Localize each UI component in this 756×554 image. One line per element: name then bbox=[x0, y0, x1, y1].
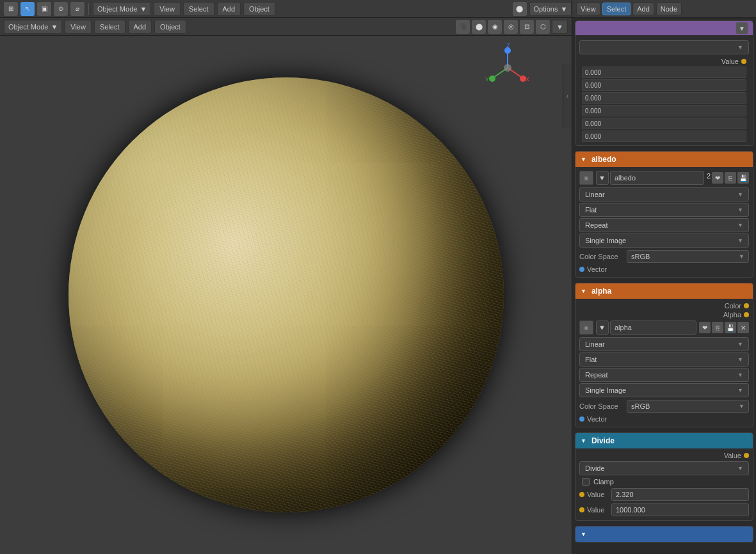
right-topbar-buttons: View Select Add Node bbox=[576, 3, 682, 15]
alpha-flat-arrow: ▼ bbox=[737, 356, 743, 363]
divide-value1-field[interactable]: 2.320 bbox=[611, 488, 749, 501]
viewport-shading-icon[interactable]: ⬤ bbox=[513, 2, 527, 16]
vp-camera-icon[interactable]: 🎥 bbox=[456, 20, 470, 34]
albedo-repeat-arrow: ▼ bbox=[737, 222, 743, 228]
albedo-colorspace-dropdown[interactable]: sRGB ▼ bbox=[627, 250, 749, 263]
object-mode-label: Object Mode bbox=[8, 23, 48, 31]
rtb-add[interactable]: Add bbox=[632, 3, 654, 15]
alpha-icon-save[interactable]: 💾 bbox=[725, 322, 736, 333]
alpha-color-output: Color bbox=[579, 301, 749, 310]
albedo-icon-browse[interactable]: ❤ bbox=[712, 172, 723, 184]
alpha-texture-icons: ❤ ⎘ 💾 ✕ bbox=[699, 322, 749, 333]
val-field-2[interactable]: 0.000 bbox=[582, 79, 746, 91]
divide-value2-field[interactable]: 1000.000 bbox=[611, 503, 749, 516]
alpha-repeat-dropdown[interactable]: Repeat ▼ bbox=[579, 368, 749, 382]
divide-operation-dropdown[interactable]: Divide ▼ bbox=[579, 461, 749, 475]
val-field-2-text: 0.000 bbox=[585, 82, 601, 89]
vp-shade-mat2-icon[interactable]: ⬡ bbox=[536, 20, 550, 34]
alpha-color-label: Color bbox=[725, 302, 741, 310]
top-node-body: ▼ Value 0.000 0.000 bbox=[575, 35, 753, 145]
vp-object-menu[interactable]: Object bbox=[154, 20, 186, 34]
alpha-single-image-label: Single Image bbox=[585, 386, 626, 394]
alpha-linear-arrow: ▼ bbox=[737, 341, 743, 347]
alpha-single-image-arrow: ▼ bbox=[737, 387, 743, 393]
alpha-type-dropdown[interactable]: ▼ bbox=[596, 321, 609, 335]
object-mode-dropdown[interactable]: Object Mode ▼ bbox=[4, 20, 62, 34]
left-panel-toggle[interactable]: ‹ bbox=[563, 64, 572, 128]
albedo-single-image-dropdown[interactable]: Single Image ▼ bbox=[579, 233, 749, 248]
value-output-dot bbox=[741, 59, 746, 64]
alpha-colorspace-dropdown[interactable]: sRGB ▼ bbox=[627, 400, 749, 413]
alpha-name-field[interactable]: alpha bbox=[610, 321, 696, 335]
albedo-texture-row: ▣ ▼ albedo 2 ❤ ⎘ 💾 bbox=[579, 170, 749, 186]
vp-shade-render-icon[interactable]: ◎ bbox=[504, 20, 518, 34]
val-field-3[interactable]: 0.000 bbox=[582, 92, 746, 104]
alpha-flat-label: Flat bbox=[585, 356, 597, 363]
alpha-texture-thumb[interactable]: ▣ bbox=[579, 321, 593, 335]
select-box-icon[interactable]: ▣ bbox=[37, 2, 51, 16]
val-field-1-text: 0.000 bbox=[585, 69, 601, 76]
alpha-icon-copy[interactable]: ⎘ bbox=[712, 322, 723, 333]
alpha-icon-x[interactable]: ✕ bbox=[737, 322, 749, 333]
value-output-label: Value bbox=[721, 58, 739, 65]
viewport-gizmo[interactable]: Z X Y bbox=[482, 42, 533, 93]
transform-arrow: ▼ bbox=[140, 5, 147, 13]
vp-shade-material-icon[interactable]: ◉ bbox=[488, 20, 502, 34]
cursor-tool-icon[interactable]: ↖ bbox=[20, 2, 35, 16]
select-lasso-icon[interactable]: ⌀ bbox=[70, 2, 84, 16]
albedo-header-label: albedo bbox=[591, 155, 616, 164]
options-label: Options bbox=[534, 5, 558, 13]
val-field-5[interactable]: 0.000 bbox=[582, 118, 746, 129]
vp-shading-dropdown[interactable]: ▼ bbox=[552, 20, 568, 34]
vp-select-menu[interactable]: Select bbox=[94, 20, 125, 34]
transform-label: Object Mode bbox=[97, 5, 137, 13]
albedo-repeat-dropdown[interactable]: Repeat ▼ bbox=[579, 218, 749, 232]
options-dropdown[interactable]: Options ▼ bbox=[529, 2, 572, 16]
albedo-linear-dropdown[interactable]: Linear ▼ bbox=[579, 187, 749, 202]
divide-node-header[interactable]: ▼ Divide bbox=[575, 433, 753, 448]
albedo-icon-save[interactable]: 💾 bbox=[737, 172, 749, 184]
val-field-4[interactable]: 0.000 bbox=[582, 105, 746, 116]
svg-point-7 bbox=[489, 75, 495, 82]
alpha-linear-dropdown[interactable]: Linear ▼ bbox=[579, 337, 749, 351]
top-node-collapse[interactable]: ▼ bbox=[736, 22, 748, 34]
albedo-node-header[interactable]: ▼ albedo bbox=[575, 152, 753, 167]
select-menu[interactable]: Select bbox=[183, 2, 214, 16]
alpha-flat-dropdown[interactable]: Flat ▼ bbox=[579, 352, 749, 367]
top-node-dropdown[interactable]: ▼ bbox=[579, 40, 749, 54]
rtb-view[interactable]: View bbox=[576, 3, 600, 15]
bottom-node-header[interactable]: ▼ bbox=[575, 526, 753, 542]
val-row-5: 0.000 bbox=[579, 117, 749, 130]
albedo-texture-thumb[interactable]: ▣ bbox=[579, 171, 593, 185]
divide-value1-label: Value bbox=[587, 491, 609, 498]
divide-clamp-checkbox[interactable] bbox=[582, 478, 590, 486]
albedo-colorspace-row: Color Space sRGB ▼ bbox=[579, 249, 749, 264]
add-menu[interactable]: Add bbox=[217, 2, 241, 16]
alpha-icon-browse[interactable]: ❤ bbox=[699, 322, 711, 333]
albedo-flat-dropdown[interactable]: Flat ▼ bbox=[579, 203, 749, 217]
rtb-node[interactable]: Node bbox=[656, 3, 682, 15]
blender-menu-icon[interactable]: ⊞ bbox=[4, 2, 18, 16]
vp-shade-wire-icon[interactable]: ⊡ bbox=[520, 20, 534, 34]
select-circle-icon[interactable]: ⊙ bbox=[54, 2, 68, 16]
val-field-6[interactable]: 0.000 bbox=[582, 131, 746, 142]
alpha-vector-dot bbox=[579, 416, 584, 422]
viewport-3d[interactable]: Z X Y bbox=[0, 36, 572, 554]
albedo-name-field[interactable]: albedo bbox=[610, 171, 704, 185]
vp-add-menu[interactable]: Add bbox=[128, 20, 152, 34]
options-arrow: ▼ bbox=[560, 5, 567, 13]
alpha-vector-label: Vector bbox=[587, 415, 607, 423]
object-menu[interactable]: Object bbox=[243, 2, 275, 16]
val-field-1[interactable]: 0.000 bbox=[582, 67, 746, 78]
alpha-single-image-dropdown[interactable]: Single Image ▼ bbox=[579, 383, 749, 397]
vp-shade-solid-icon[interactable]: ⬤ bbox=[472, 20, 486, 34]
alpha-node-header[interactable]: ▼ alpha bbox=[575, 283, 753, 299]
albedo-type-dropdown[interactable]: ▼ bbox=[596, 171, 609, 185]
rtb-select[interactable]: Select bbox=[602, 3, 631, 15]
transform-dropdown[interactable]: Object Mode ▼ bbox=[93, 2, 151, 16]
albedo-icon-copy[interactable]: ⎘ bbox=[725, 172, 736, 184]
top-node-card: ▼ ▼ Value 0.00 bbox=[575, 20, 753, 146]
svg-text:Y: Y bbox=[485, 76, 489, 83]
view-menu[interactable]: View bbox=[154, 2, 181, 16]
vp-view-menu[interactable]: View bbox=[65, 20, 92, 34]
